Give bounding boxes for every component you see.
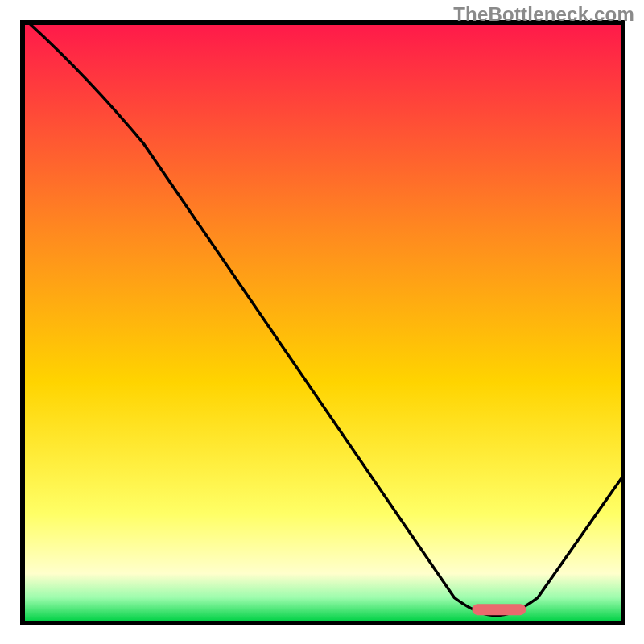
plot-background [24, 24, 621, 621]
optimal-region-marker [473, 604, 526, 615]
chart-container: TheBottleneck.com [0, 0, 644, 644]
chart-svg [0, 0, 644, 644]
attribution-text: TheBottleneck.com [453, 3, 634, 26]
